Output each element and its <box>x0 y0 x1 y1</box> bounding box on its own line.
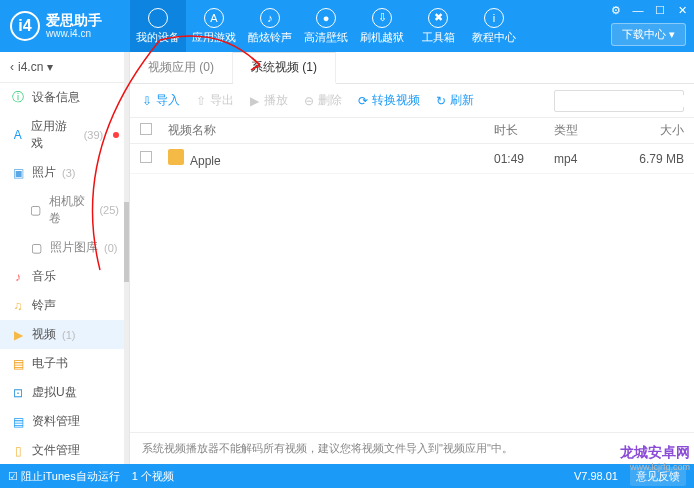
row-checkbox[interactable] <box>140 151 152 163</box>
delete-icon: ⊖ <box>302 94 315 107</box>
col-size[interactable]: 大小 <box>614 122 684 139</box>
nav-高清壁纸[interactable]: ●高清壁纸 <box>298 0 354 52</box>
logo: i4 爱思助手 www.i4.cn <box>0 11 130 41</box>
search-box[interactable]: 🔍 <box>554 90 684 112</box>
convert-button[interactable]: ⟳转换视频 <box>356 92 420 109</box>
nav-应用游戏[interactable]: A应用游戏 <box>186 0 242 52</box>
refresh-button[interactable]: ↻刷新 <box>434 92 474 109</box>
minimize-icon[interactable]: — <box>630 2 646 18</box>
sidebar-icon: ▶ <box>10 327 26 343</box>
app-url: www.i4.cn <box>46 28 102 39</box>
sidebar-item-铃声[interactable]: ♫铃声 <box>0 291 129 320</box>
toolbar: ⇩导入 ⇧导出 ▶播放 ⊖删除 ⟳转换视频 ↻刷新 🔍 <box>130 84 694 118</box>
sidebar-item-照片[interactable]: ▣照片 (3) <box>0 158 129 187</box>
block-itunes-checkbox[interactable]: ☑ 阻止iTunes自动运行 <box>8 469 120 484</box>
nav-icon: i <box>484 8 504 28</box>
sidebar-scrollbar[interactable] <box>124 52 129 464</box>
sidebar-item-电子书[interactable]: ▤电子书 <box>0 349 129 378</box>
sidebar-icon: ⓘ <box>10 90 26 106</box>
sidebar-item-设备信息[interactable]: ⓘ设备信息 <box>0 83 129 112</box>
sidebar-item-相机胶卷[interactable]: ▢相机胶卷 (25) <box>0 187 129 233</box>
play-icon: ▶ <box>248 94 261 107</box>
breadcrumb[interactable]: ‹ i4.cn ▾ <box>0 52 129 83</box>
sidebar-icon: ▯ <box>10 443 26 459</box>
logo-icon: i4 <box>10 11 40 41</box>
sidebar-item-虚拟U盘[interactable]: ⊡虚拟U盘 <box>0 378 129 407</box>
folder-icon: ▢ <box>28 202 43 218</box>
nav-酷炫铃声[interactable]: ♪酷炫铃声 <box>242 0 298 52</box>
sidebar-item-应用游戏[interactable]: A应用游戏 (39) <box>0 112 129 158</box>
nav-icon: A <box>204 8 224 28</box>
window-controls: ⚙ — ☐ ✕ <box>608 2 690 18</box>
sidebar-icon: A <box>10 127 25 143</box>
nav-icon: ⇩ <box>372 8 392 28</box>
col-duration[interactable]: 时长 <box>494 122 554 139</box>
status-bar: ☑ 阻止iTunes自动运行 1 个视频 V7.98.01 意见反馈 <box>0 464 694 488</box>
search-input[interactable] <box>559 95 694 107</box>
nav-我的设备[interactable]: 我的设备 <box>130 0 186 52</box>
video-file-icon <box>168 149 184 165</box>
nav-icon: ✖ <box>428 8 448 28</box>
chevron-down-icon: ▾ <box>669 28 675 40</box>
export-icon: ⇧ <box>194 94 207 107</box>
tab-系统视频[interactable]: 系统视频 (1) <box>233 52 336 84</box>
notification-dot <box>113 132 119 138</box>
nav-刷机越狱[interactable]: ⇩刷机越狱 <box>354 0 410 52</box>
delete-button[interactable]: ⊖删除 <box>302 92 342 109</box>
sidebar-icon: ♪ <box>10 269 26 285</box>
convert-icon: ⟳ <box>356 94 369 107</box>
nav-icon: ● <box>316 8 336 28</box>
sidebar-item-视频[interactable]: ▶视频 (1) <box>0 320 129 349</box>
app-name: 爱思助手 <box>46 13 102 28</box>
feedback-button[interactable]: 意见反馈 <box>630 467 686 486</box>
app-header: i4 爱思助手 www.i4.cn 我的设备A应用游戏♪酷炫铃声●高清壁纸⇩刷机… <box>0 0 694 52</box>
item-count: 1 个视频 <box>132 469 174 484</box>
sidebar: ‹ i4.cn ▾ ⓘ设备信息A应用游戏 (39)▣照片 (3)▢相机胶卷 (2… <box>0 52 130 464</box>
nav-教程中心[interactable]: i教程中心 <box>466 0 522 52</box>
select-all-checkbox[interactable] <box>140 123 152 135</box>
nav-icon: ♪ <box>260 8 280 28</box>
hint-text: 系统视频播放器不能解码所有视频，建议您将视频文件导入到"视频应用"中。 <box>130 432 694 464</box>
chevron-left-icon: ‹ <box>10 60 14 74</box>
download-center-button[interactable]: 下载中心 ▾ <box>611 23 686 46</box>
col-type[interactable]: 类型 <box>554 122 614 139</box>
sidebar-icon: ▤ <box>10 414 26 430</box>
main-panel: 视频应用 (0)系统视频 (1) ⇩导入 ⇧导出 ▶播放 ⊖删除 ⟳转换视频 ↻… <box>130 52 694 464</box>
refresh-icon: ↻ <box>434 94 447 107</box>
chevron-down-icon: ▾ <box>47 60 53 74</box>
settings-icon[interactable]: ⚙ <box>608 2 624 18</box>
maximize-icon[interactable]: ☐ <box>652 2 668 18</box>
sidebar-item-照片图库[interactable]: ▢照片图库 (0) <box>0 233 129 262</box>
table-row[interactable]: Apple01:49mp46.79 MB <box>130 144 694 174</box>
sidebar-item-资料管理[interactable]: ▤资料管理 <box>0 407 129 436</box>
play-button[interactable]: ▶播放 <box>248 92 288 109</box>
import-icon: ⇩ <box>140 94 153 107</box>
sidebar-item-音乐[interactable]: ♪音乐 <box>0 262 129 291</box>
folder-icon: ▢ <box>28 240 44 256</box>
nav-icon <box>148 8 168 28</box>
sidebar-item-文件管理[interactable]: ▯文件管理 <box>0 436 129 464</box>
sidebar-icon: ♫ <box>10 298 26 314</box>
close-icon[interactable]: ✕ <box>674 2 690 18</box>
import-button[interactable]: ⇩导入 <box>140 92 180 109</box>
table-header: 视频名称 时长 类型 大小 <box>130 118 694 144</box>
col-name[interactable]: 视频名称 <box>168 122 494 139</box>
tab-视频应用[interactable]: 视频应用 (0) <box>130 52 233 83</box>
sidebar-icon: ▤ <box>10 356 26 372</box>
nav-工具箱[interactable]: ✖工具箱 <box>410 0 466 52</box>
sidebar-icon: ▣ <box>10 165 26 181</box>
sidebar-icon: ⊡ <box>10 385 26 401</box>
version-label: V7.98.01 <box>574 470 618 482</box>
export-button[interactable]: ⇧导出 <box>194 92 234 109</box>
tab-bar: 视频应用 (0)系统视频 (1) <box>130 52 694 84</box>
